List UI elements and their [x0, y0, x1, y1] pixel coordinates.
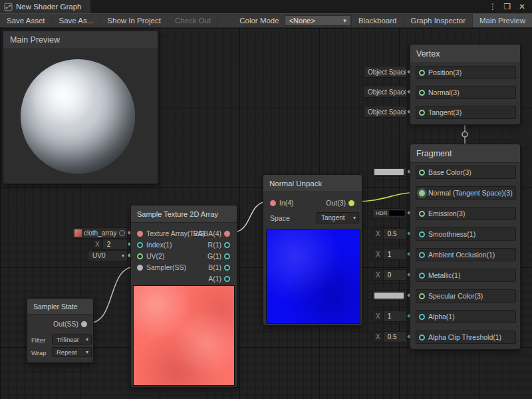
- menu-icon[interactable]: ⋮: [487, 2, 499, 11]
- texture-thumbnail: [74, 229, 82, 237]
- normal-space-dropdown[interactable]: Object Space: [363, 86, 407, 98]
- main-preview-title: Main Preview: [3, 31, 158, 49]
- port-emission[interactable]: [419, 211, 425, 217]
- port-row-alpha-clip: Alpha Clip Threshold(1): [416, 331, 516, 344]
- check-out-button[interactable]: Check Out: [168, 14, 218, 27]
- port-out3[interactable]: [348, 200, 354, 206]
- port-row-normal-tangent: Normal (Tangent Space)(3): [416, 186, 516, 200]
- uv-channel-dropdown[interactable]: UV0: [88, 250, 128, 261]
- axis-label: X: [373, 249, 384, 259]
- show-in-project-button[interactable]: Show In Project: [100, 14, 168, 27]
- stack-connector-dot[interactable]: [462, 132, 467, 137]
- port-alpha[interactable]: [419, 314, 425, 320]
- port-row-alpha: Alpha(1): [416, 310, 516, 323]
- port-row-emission: Emission(3): [416, 207, 516, 220]
- output-row-r: R(1): [208, 239, 233, 250]
- save-asset-button[interactable]: Save Asset: [0, 14, 53, 27]
- color-mode-dropdown[interactable]: <None>: [285, 15, 351, 26]
- input-row-index: Index(1): [134, 239, 172, 250]
- port-row-normal: Normal(3): [416, 86, 516, 99]
- window-tab[interactable]: New Shader Graph: [0, 0, 90, 13]
- port-texture-array[interactable]: [137, 231, 143, 237]
- port-uv[interactable]: [137, 253, 143, 259]
- emission-color-field[interactable]: HDR: [372, 208, 407, 218]
- fragment-node[interactable]: Fragment Base Color(3) Normal (Tangent S…: [410, 144, 521, 350]
- port-normal-tangent[interactable]: [419, 190, 425, 196]
- wrap-label: Wrap: [31, 347, 47, 358]
- position-space-dropdown[interactable]: Object Space: [363, 66, 407, 78]
- maximize-icon[interactable]: ❒: [501, 2, 513, 11]
- input-row-uv: UV(2): [134, 251, 164, 261]
- index-field[interactable]: X 2: [92, 239, 128, 250]
- main-preview-panel[interactable]: Main Preview: [3, 31, 158, 184]
- alpha-clip-field[interactable]: X 0.5: [372, 331, 407, 342]
- save-as-button[interactable]: Save As...: [53, 14, 101, 27]
- graph-canvas[interactable]: Main Preview Vertex Position(3) Normal(3…: [0, 28, 532, 399]
- axis-label: X: [373, 311, 384, 321]
- vertex-node[interactable]: Vertex Position(3) Normal(3) Tangent(3): [410, 44, 521, 125]
- base-color-swatch[interactable]: [372, 167, 407, 177]
- sample-texture-2d-array-node[interactable]: Sample Texture 2D Array Texture Array(T2…: [130, 205, 237, 388]
- tangent-space-dropdown[interactable]: Object Space: [363, 106, 407, 118]
- output-row-outss: Out(SS): [53, 319, 90, 329]
- port-row-metallic: Metallic(1): [416, 269, 516, 282]
- port-alpha-clip[interactable]: [419, 334, 425, 340]
- smoothness-field[interactable]: X 0.5: [372, 228, 407, 239]
- emission-swatch-fill: [389, 210, 405, 216]
- port-specular-color[interactable]: [419, 293, 425, 299]
- texture-array-object-field[interactable]: cloth_array: [72, 227, 128, 239]
- window-controls: ⋮ ❒ ✕: [487, 2, 532, 11]
- sampler-state-node[interactable]: Sampler State Out(SS) Filter Trilinear W…: [27, 298, 94, 363]
- vertex-node-title: Vertex: [410, 45, 520, 63]
- port-row-base-color: Base Color(3): [416, 166, 516, 179]
- fragment-node-title: Fragment: [410, 144, 520, 163]
- output-row-a: A(1): [208, 273, 233, 284]
- port-in4[interactable]: [270, 200, 276, 206]
- toolbar: Save Asset Save As... Show In Project Ch…: [0, 13, 532, 28]
- blackboard-toggle[interactable]: Blackboard: [351, 14, 404, 27]
- filter-dropdown[interactable]: Trilinear: [52, 334, 92, 344]
- port-rgba[interactable]: [224, 231, 230, 237]
- port-g[interactable]: [224, 253, 230, 259]
- main-preview-toggle[interactable]: Main Preview: [472, 14, 532, 27]
- wire-samplerstate-to-sampler[interactable]: [88, 267, 136, 323]
- axis-label: X: [373, 229, 384, 239]
- port-outss[interactable]: [81, 321, 87, 327]
- close-icon[interactable]: ✕: [516, 2, 528, 11]
- output-row-b: B(1): [208, 262, 233, 273]
- port-a[interactable]: [224, 276, 230, 282]
- port-index[interactable]: [137, 242, 143, 248]
- normal-unpack-node[interactable]: Normal Unpack In(4) Out(3) Space Tangent: [263, 174, 362, 326]
- port-row-ambient-occlusion: Ambient Occlusion(1): [416, 248, 516, 261]
- axis-label: X: [92, 239, 103, 249]
- output-row-g: G(1): [207, 251, 233, 261]
- port-sampler[interactable]: [137, 265, 143, 271]
- color-mode-label: Color Mode: [218, 14, 284, 27]
- port-row-specular-color: Specular Color(3): [416, 289, 516, 303]
- specular-color-swatch[interactable]: [372, 291, 407, 301]
- port-position[interactable]: [419, 70, 425, 76]
- alpha-field[interactable]: X 1: [372, 311, 407, 322]
- port-smoothness[interactable]: [419, 231, 425, 237]
- space-dropdown[interactable]: Tangent: [317, 212, 359, 223]
- port-tangent[interactable]: [419, 110, 425, 116]
- specular-swatch-fill: [374, 293, 404, 299]
- port-r[interactable]: [224, 242, 230, 248]
- base-color-swatch-fill: [374, 169, 404, 175]
- ambient-occlusion-field[interactable]: X 1: [372, 249, 407, 260]
- port-ambient-occlusion[interactable]: [419, 252, 425, 258]
- shader-graph-icon: [4, 3, 13, 11]
- output-row-rgba: RGBA(4): [193, 228, 233, 239]
- port-normal[interactable]: [419, 90, 425, 96]
- preview-sphere: [21, 59, 135, 174]
- object-picker-icon[interactable]: [119, 230, 125, 236]
- port-metallic[interactable]: [419, 273, 425, 279]
- metallic-field[interactable]: X 0: [372, 269, 407, 281]
- port-base-color[interactable]: [419, 170, 425, 176]
- wrap-dropdown[interactable]: Repeat: [52, 347, 92, 357]
- graph-inspector-toggle[interactable]: Graph Inspector: [404, 14, 472, 27]
- sample-node-title: Sample Texture 2D Array: [131, 205, 237, 223]
- hdr-badge: HDR: [374, 210, 387, 216]
- port-b[interactable]: [224, 265, 230, 271]
- axis-label: X: [373, 270, 384, 280]
